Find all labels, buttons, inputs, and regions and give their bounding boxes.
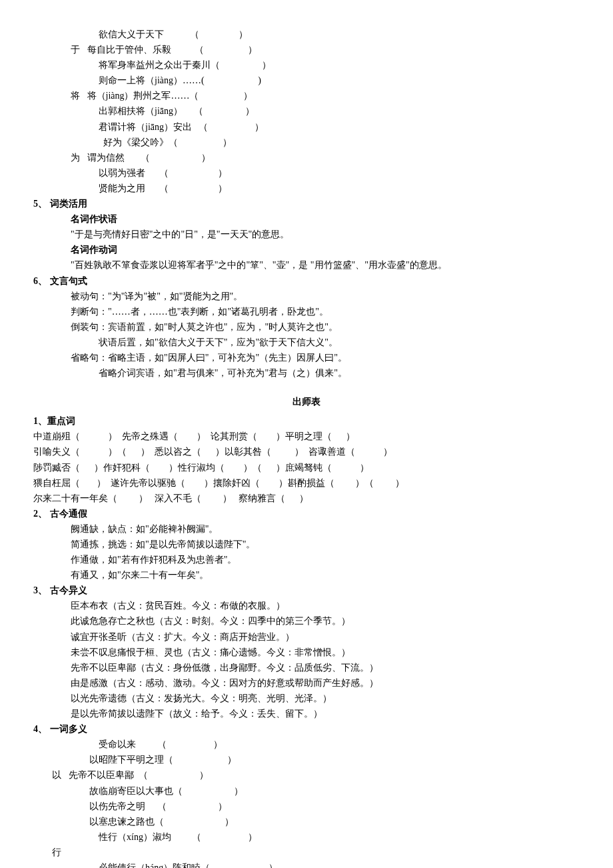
text-line: 于 每自比于管仲、乐毅 （ ） bbox=[33, 42, 580, 57]
text-line: 未尝不叹息痛恨于桓、灵也（古义：痛心遗憾。今义：非常憎恨。） bbox=[33, 645, 580, 660]
noun-verb-line: "百姓孰敢不箪食壶浆以迎将军者乎"之中的"箪"、"壶"，是 "用竹篮盛"、"用水… bbox=[33, 257, 580, 273]
text-line: 作通做，如"若有作奸犯科及为忠善者"。 bbox=[33, 552, 580, 567]
text-line: 以塞忠谏之路也（ ） bbox=[33, 814, 580, 829]
text-line: 尔来二十有一年矣（ ） 深入不毛（ ） 察纳雅言（ ） bbox=[33, 491, 580, 506]
b1-body: 中道崩殂（ ） 先帝之殊遇（ ） 论其刑赏（ ）平明之理（ ）引喻失义（ ）（ … bbox=[33, 429, 580, 505]
text-line: 受命以来 （ ） bbox=[33, 737, 580, 752]
text-line: 以弱为强者 （ ） bbox=[33, 165, 580, 181]
doc-title-2: 出师表 bbox=[33, 394, 580, 409]
text-line: 简通拣，挑选：如"是以先帝简拔以遗陛下"。 bbox=[33, 537, 580, 552]
text-line: 状语后置，如"欲信大义于天下"，应为"欲于天下信大义"。 bbox=[33, 335, 580, 350]
text-line: 出郭相扶将（jiāng） （ ） bbox=[33, 103, 580, 119]
text-line: 以伤先帝之明 （ ） bbox=[33, 799, 580, 814]
section-5-head: 5、 词类活用 bbox=[33, 196, 580, 211]
text-line: 贤能为之用 （ ） bbox=[33, 181, 580, 196]
section-6-body: 被动句："为"译为"被"，如"贤能为之用"。判断句："……者，……也"表判断，如… bbox=[33, 289, 580, 381]
noun-verb-title: 名词作动词 bbox=[33, 242, 580, 257]
b4-body: 受命以来 （ ）以昭陛下平明之理（ ）以 先帝不以臣卑鄙 （ ）故临崩寄臣以大事… bbox=[33, 737, 580, 868]
text-line: 为 谓为信然 （ ） bbox=[33, 150, 580, 165]
text-line: 君谓计将（jiāng）安出 （ ） bbox=[33, 119, 580, 135]
text-line: 此诚危急存亡之秋也（古义：时刻。今义：四季中的第三个季节。） bbox=[33, 613, 580, 629]
section-6-head: 6、 文言句式 bbox=[33, 273, 580, 289]
text-line: 省略句：省略主语，如"因屏人曰"，可补充为"（先主）因屏人曰"。 bbox=[33, 350, 580, 365]
text-line: 必能使行（háng）阵和睦（ ） bbox=[33, 860, 580, 868]
text-line: 则命一上将（jiàng）……( ) bbox=[33, 73, 580, 88]
section-top: 欲信大义于天下 （ ）于 每自比于管仲、乐毅 （ ）将军身率益州之众出于秦川（ … bbox=[33, 27, 580, 196]
text-line: 诚宜开张圣听（古义：扩大。今义：商店开始营业。） bbox=[33, 629, 580, 645]
b4-head: 4、 一词多义 bbox=[33, 721, 580, 737]
text-line: 以光先帝遗德（古义：发扬光大。今义：明亮、光明、光泽。） bbox=[33, 691, 580, 706]
text-line: 先帝不以臣卑鄙（古义：身份低微，出身鄙野。今义：品质低劣、下流。） bbox=[33, 660, 580, 675]
text-line: 好为《梁父吟》（ ） bbox=[33, 135, 580, 150]
text-line: 是以先帝简拔以遗陛下（故义：给予。今义：丢失、留下。） bbox=[33, 706, 580, 721]
b2-body: 阙通缺，缺点：如"必能裨补阙漏"。简通拣，挑选：如"是以先帝简拔以遗陛下"。作通… bbox=[33, 521, 580, 583]
text-line: 阙通缺，缺点：如"必能裨补阙漏"。 bbox=[33, 521, 580, 537]
text-line: 倒装句：宾语前置，如"时人莫之许也"，应为，"时人莫许之也"。 bbox=[33, 319, 580, 335]
b3-head: 3、 古今异义 bbox=[33, 583, 580, 598]
text-line: 将 将（jiàng）荆州之军……（ ） bbox=[33, 88, 580, 103]
noun-adverbial-title: 名词作状语 bbox=[33, 211, 580, 227]
text-line: 猥自枉屈（ ） 遂许先帝以驱驰（ ）攘除奸凶（ ）斟酌损益（ ）（ ） bbox=[33, 475, 580, 491]
text-line: 臣本布衣（古义：贫民百姓。今义：布做的衣服。） bbox=[33, 598, 580, 613]
text-line: 以 先帝不以臣卑鄙 （ ） bbox=[33, 767, 580, 783]
text-line: 行 bbox=[33, 845, 580, 860]
text-line: 陟罚臧否（ ）作奸犯科（ ）性行淑均（ ）（ ）庶竭驽钝（ ） bbox=[33, 460, 580, 475]
text-line: 欲信大义于天下 （ ） bbox=[33, 27, 580, 42]
text-line: 中道崩殂（ ） 先帝之殊遇（ ） 论其刑赏（ ）平明之理（ ） bbox=[33, 429, 580, 444]
text-line: 有通又，如"尔来二十有一年矣"。 bbox=[33, 567, 580, 583]
b2-head: 2、 古今通假 bbox=[33, 506, 580, 521]
noun-adverbial-line: "于是与亮情好日密"之中的"日"，是"一天天"的意思。 bbox=[33, 227, 580, 242]
b3-body: 臣本布衣（古义：贫民百姓。今义：布做的衣服。）此诚危急存亡之秋也（古义：时刻。今… bbox=[33, 598, 580, 721]
text-line: 将军身率益州之众出于秦川（ ） bbox=[33, 57, 580, 73]
text-line: 被动句："为"译为"被"，如"贤能为之用"。 bbox=[33, 289, 580, 304]
text-line: 由是感激（古义：感动、激动。今义：因对方的好意或帮助而产生好感。） bbox=[33, 675, 580, 691]
text-line: 性行（xíng）淑均 （ ） bbox=[33, 829, 580, 845]
text-line: 省略介词宾语，如"君与俱来"，可补充为"君与（之）俱来"。 bbox=[33, 365, 580, 381]
text-line: 故临崩寄臣以大事也（ ） bbox=[33, 783, 580, 799]
text-line: 引喻失义（ ）（ ） 悉以咨之（ ）以彰其咎（ ） 咨诹善道（ ） bbox=[33, 444, 580, 459]
b1-head: 1、重点词 bbox=[33, 413, 580, 429]
text-line: 判断句："……者，……也"表判断，如"诸葛孔明者，卧龙也"。 bbox=[33, 304, 580, 319]
text-line: 以昭陛下平明之理（ ） bbox=[33, 752, 580, 767]
